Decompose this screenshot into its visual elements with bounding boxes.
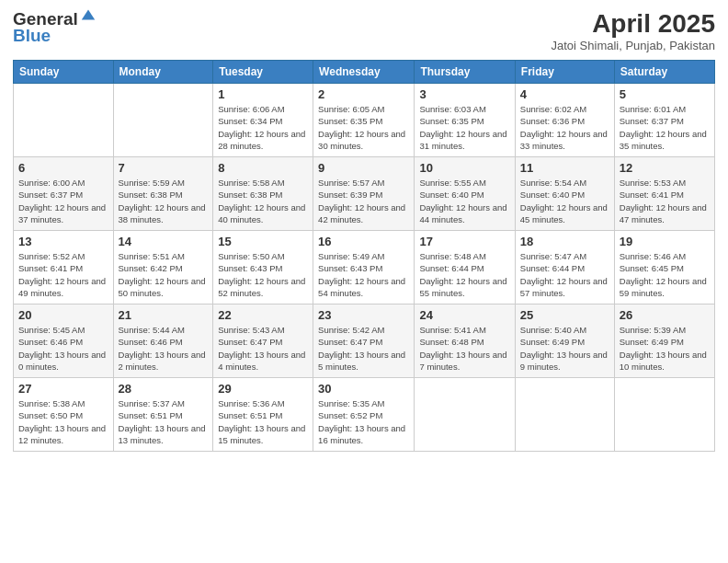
day-info: Sunrise: 5:58 AM Sunset: 6:38 PM Dayligh… (218, 177, 308, 225)
col-header-friday: Friday (515, 61, 614, 84)
day-number: 20 (18, 308, 108, 322)
calendar-cell: 22Sunrise: 5:43 AM Sunset: 6:47 PM Dayli… (213, 304, 313, 378)
day-info: Sunrise: 5:57 AM Sunset: 6:39 PM Dayligh… (318, 177, 409, 225)
svg-marker-0 (82, 10, 95, 20)
calendar-cell (14, 84, 114, 157)
day-info: Sunrise: 6:02 AM Sunset: 6:36 PM Dayligh… (520, 103, 609, 152)
day-info: Sunrise: 5:36 AM Sunset: 6:51 PM Dayligh… (218, 397, 308, 446)
day-number: 14 (119, 235, 209, 248)
logo-icon (80, 6, 97, 23)
day-number: 27 (18, 382, 108, 396)
day-number: 6 (18, 161, 108, 175)
day-info: Sunrise: 6:01 AM Sunset: 6:37 PM Dayligh… (620, 103, 710, 152)
col-header-thursday: Thursday (415, 61, 515, 84)
calendar-cell: 7Sunrise: 5:59 AM Sunset: 6:38 PM Daylig… (113, 157, 213, 231)
day-number: 4 (520, 87, 609, 101)
calendar-cell: 24Sunrise: 5:41 AM Sunset: 6:48 PM Dayli… (415, 304, 515, 378)
day-info: Sunrise: 5:40 AM Sunset: 6:49 PM Dayligh… (520, 324, 609, 373)
day-info: Sunrise: 6:05 AM Sunset: 6:35 PM Dayligh… (318, 103, 409, 152)
calendar-cell: 26Sunrise: 5:39 AM Sunset: 6:49 PM Dayli… (614, 304, 714, 378)
calendar-cell: 4Sunrise: 6:02 AM Sunset: 6:36 PM Daylig… (515, 84, 614, 157)
day-info: Sunrise: 5:42 AM Sunset: 6:47 PM Dayligh… (318, 324, 409, 373)
day-info: Sunrise: 5:44 AM Sunset: 6:46 PM Dayligh… (119, 324, 209, 373)
day-number: 25 (520, 308, 609, 322)
calendar-cell: 11Sunrise: 5:54 AM Sunset: 6:40 PM Dayli… (515, 157, 614, 231)
calendar-cell: 25Sunrise: 5:40 AM Sunset: 6:49 PM Dayli… (515, 304, 614, 378)
day-number: 9 (318, 161, 409, 175)
subtitle: Jatoi Shimali, Punjab, Pakistan (552, 39, 715, 52)
day-info: Sunrise: 5:45 AM Sunset: 6:46 PM Dayligh… (18, 324, 108, 373)
calendar-cell: 10Sunrise: 5:55 AM Sunset: 6:40 PM Dayli… (415, 157, 515, 231)
calendar-cell: 3Sunrise: 6:03 AM Sunset: 6:35 PM Daylig… (415, 84, 515, 157)
day-info: Sunrise: 5:49 AM Sunset: 6:43 PM Dayligh… (318, 250, 409, 299)
calendar-week-2: 6Sunrise: 6:00 AM Sunset: 6:37 PM Daylig… (14, 157, 715, 231)
calendar-week-5: 27Sunrise: 5:38 AM Sunset: 6:50 PM Dayli… (14, 378, 715, 452)
day-number: 29 (218, 382, 308, 396)
day-info: Sunrise: 5:47 AM Sunset: 6:44 PM Dayligh… (520, 250, 609, 299)
day-info: Sunrise: 5:43 AM Sunset: 6:47 PM Dayligh… (218, 324, 308, 373)
day-info: Sunrise: 5:39 AM Sunset: 6:49 PM Dayligh… (620, 324, 710, 373)
day-info: Sunrise: 5:55 AM Sunset: 6:40 PM Dayligh… (419, 177, 509, 225)
day-info: Sunrise: 5:53 AM Sunset: 6:41 PM Dayligh… (620, 177, 710, 225)
day-info: Sunrise: 5:59 AM Sunset: 6:38 PM Dayligh… (119, 177, 209, 225)
day-number: 8 (218, 161, 308, 175)
calendar-cell: 6Sunrise: 6:00 AM Sunset: 6:37 PM Daylig… (14, 157, 114, 231)
calendar-cell (415, 378, 515, 452)
day-number: 1 (218, 87, 308, 101)
calendar-cell: 9Sunrise: 5:57 AM Sunset: 6:39 PM Daylig… (313, 157, 415, 231)
calendar-cell (614, 378, 714, 452)
day-info: Sunrise: 5:51 AM Sunset: 6:42 PM Dayligh… (119, 250, 209, 299)
day-info: Sunrise: 5:35 AM Sunset: 6:52 PM Dayligh… (318, 397, 409, 446)
calendar-cell (113, 84, 213, 157)
day-number: 2 (318, 87, 409, 101)
title-block: April 2025 Jatoi Shimali, Punjab, Pakist… (552, 9, 715, 52)
calendar-cell: 23Sunrise: 5:42 AM Sunset: 6:47 PM Dayli… (313, 304, 415, 378)
calendar-cell: 13Sunrise: 5:52 AM Sunset: 6:41 PM Dayli… (14, 231, 114, 304)
calendar-cell: 19Sunrise: 5:46 AM Sunset: 6:45 PM Dayli… (614, 231, 714, 304)
calendar-cell: 12Sunrise: 5:53 AM Sunset: 6:41 PM Dayli… (614, 157, 714, 231)
day-number: 16 (318, 235, 409, 248)
day-number: 17 (419, 235, 509, 248)
calendar-week-3: 13Sunrise: 5:52 AM Sunset: 6:41 PM Dayli… (14, 231, 715, 304)
calendar: SundayMondayTuesdayWednesdayThursdayFrid… (13, 60, 715, 452)
calendar-cell: 29Sunrise: 5:36 AM Sunset: 6:51 PM Dayli… (213, 378, 313, 452)
day-info: Sunrise: 5:54 AM Sunset: 6:40 PM Dayligh… (520, 177, 609, 225)
day-info: Sunrise: 6:00 AM Sunset: 6:37 PM Dayligh… (18, 177, 108, 225)
calendar-cell: 21Sunrise: 5:44 AM Sunset: 6:46 PM Dayli… (113, 304, 213, 378)
day-number: 30 (318, 382, 409, 396)
calendar-cell: 30Sunrise: 5:35 AM Sunset: 6:52 PM Dayli… (313, 378, 415, 452)
day-info: Sunrise: 6:06 AM Sunset: 6:34 PM Dayligh… (218, 103, 308, 152)
logo: General Blue (13, 9, 97, 46)
day-info: Sunrise: 5:46 AM Sunset: 6:45 PM Dayligh… (620, 250, 710, 299)
calendar-cell: 16Sunrise: 5:49 AM Sunset: 6:43 PM Dayli… (313, 231, 415, 304)
calendar-cell: 8Sunrise: 5:58 AM Sunset: 6:38 PM Daylig… (213, 157, 313, 231)
day-number: 22 (218, 308, 308, 322)
calendar-week-1: 1Sunrise: 6:06 AM Sunset: 6:34 PM Daylig… (14, 84, 715, 157)
calendar-header-row: SundayMondayTuesdayWednesdayThursdayFrid… (14, 61, 715, 84)
day-info: Sunrise: 5:38 AM Sunset: 6:50 PM Dayligh… (18, 397, 108, 446)
day-info: Sunrise: 5:41 AM Sunset: 6:48 PM Dayligh… (419, 324, 509, 373)
calendar-week-4: 20Sunrise: 5:45 AM Sunset: 6:46 PM Dayli… (14, 304, 715, 378)
day-info: Sunrise: 5:50 AM Sunset: 6:43 PM Dayligh… (218, 250, 308, 299)
calendar-cell: 5Sunrise: 6:01 AM Sunset: 6:37 PM Daylig… (614, 84, 714, 157)
col-header-monday: Monday (113, 61, 213, 84)
day-number: 13 (18, 235, 108, 248)
day-info: Sunrise: 6:03 AM Sunset: 6:35 PM Dayligh… (419, 103, 509, 152)
calendar-cell: 1Sunrise: 6:06 AM Sunset: 6:34 PM Daylig… (213, 84, 313, 157)
calendar-cell (515, 378, 614, 452)
day-number: 26 (620, 308, 710, 322)
day-number: 23 (318, 308, 409, 322)
calendar-cell: 28Sunrise: 5:37 AM Sunset: 6:51 PM Dayli… (113, 378, 213, 452)
col-header-wednesday: Wednesday (313, 61, 415, 84)
day-number: 10 (419, 161, 509, 175)
day-number: 15 (218, 235, 308, 248)
col-header-saturday: Saturday (614, 61, 714, 84)
day-number: 7 (119, 161, 209, 175)
col-header-sunday: Sunday (14, 61, 114, 84)
day-info: Sunrise: 5:52 AM Sunset: 6:41 PM Dayligh… (18, 250, 108, 299)
calendar-cell: 15Sunrise: 5:50 AM Sunset: 6:43 PM Dayli… (213, 231, 313, 304)
day-number: 3 (419, 87, 509, 101)
calendar-cell: 2Sunrise: 6:05 AM Sunset: 6:35 PM Daylig… (313, 84, 415, 157)
day-number: 11 (520, 161, 609, 175)
header: General Blue April 2025 Jatoi Shimali, P… (13, 9, 715, 52)
